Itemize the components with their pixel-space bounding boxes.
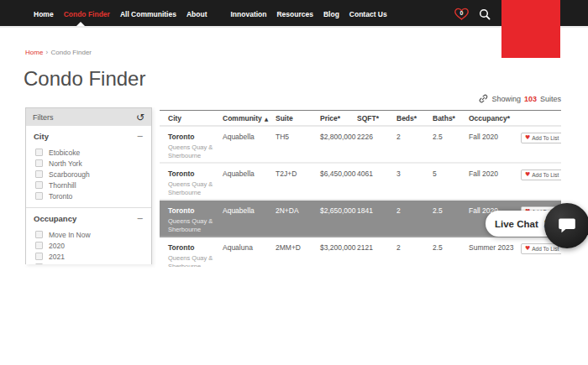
location-cell: Queens Quay & Sherbourne — [168, 180, 217, 197]
suite-row[interactable]: TorontoQueens Quay & SherbourneAquabella… — [160, 164, 561, 201]
favorites-count-badge: 0 — [454, 10, 470, 16]
suite-row[interactable]: TorontoQueens Quay & SherbourneAqualuna2… — [160, 237, 561, 267]
reset-filters-icon[interactable]: ↺ — [136, 112, 144, 123]
table-body: TorontoQueens Quay & SherbourneAquabella… — [160, 127, 561, 267]
filter-option-thornhill[interactable]: Thornhill — [35, 180, 144, 190]
nav-item-innovation[interactable]: Innovation — [230, 10, 266, 18]
column-header-community[interactable]: Community▲ — [223, 114, 276, 123]
beds-cell: 2 — [396, 243, 433, 267]
filter-section-header: City− — [34, 132, 144, 141]
checkbox[interactable] — [35, 181, 43, 189]
suite-count: 103 — [524, 95, 537, 103]
nav-item-condo-finder[interactable]: Condo Finder — [64, 10, 110, 18]
community-cell: Aquabella — [223, 133, 276, 162]
location-cell: Queens Quay & Sherbourne — [168, 254, 217, 267]
baths-cell: 2.5 — [433, 206, 469, 236]
checkbox[interactable] — [35, 170, 43, 178]
nav-item-contact-us[interactable]: Contact Us — [349, 10, 387, 18]
sqft-cell: 4061 — [357, 169, 396, 199]
column-header-price[interactable]: Price* — [320, 114, 357, 123]
filter-option-etobicoke[interactable]: Etobicoke — [35, 148, 144, 157]
filter-section-header: Occupancy− — [34, 214, 144, 223]
filter-option-north-york[interactable]: North York — [35, 159, 144, 168]
filter-option-2021[interactable]: 2021 — [35, 252, 144, 261]
collapse-minus-icon[interactable]: − — [137, 132, 144, 141]
price-cell: $2,800,000 — [320, 133, 357, 162]
column-header-sqft[interactable]: SQFT* — [357, 114, 396, 123]
city-cell: Toronto — [168, 243, 223, 252]
nav-item-about[interactable]: About — [186, 10, 207, 18]
filter-option-label: 2022 — [49, 263, 65, 265]
price-cell: $3,200,000 — [320, 243, 357, 267]
community-cell: Aquabella — [223, 169, 276, 199]
collapse-minus-icon[interactable]: − — [137, 214, 144, 223]
filter-option-label: 2020 — [49, 242, 65, 250]
occupancy-cell: Fall 2020 — [469, 169, 521, 199]
brand-logo[interactable] — [501, 0, 560, 58]
suite-cell: T2J+D — [276, 169, 320, 199]
nav-item-all-communities[interactable]: All Communities — [120, 10, 176, 18]
checkbox[interactable] — [35, 263, 43, 264]
occupancy-cell: Fall 2020 — [469, 133, 521, 162]
search-icon — [479, 8, 491, 20]
column-header-occupancy[interactable]: Occupancy* — [469, 114, 521, 123]
beds-cell: 3 — [396, 169, 433, 199]
suite-row[interactable]: TorontoQueens Quay & SherbourneAquabella… — [160, 127, 561, 164]
add-to-list-button[interactable]: ♥Add To List — [521, 133, 561, 143]
baths-cell: 2.5 — [433, 133, 469, 162]
checkbox[interactable] — [35, 192, 43, 200]
filter-sections: City−EtobicokeNorth YorkScarboroughThorn… — [26, 126, 151, 264]
add-to-list-button[interactable]: ♥Add To List — [521, 169, 561, 180]
location-cell: Queens Quay & Sherbourne — [168, 143, 217, 160]
page: HomeCondo FinderAll CommunitiesAboutInno… — [0, 0, 588, 365]
breadcrumb-separator-icon: › — [45, 49, 48, 56]
nav-item-resources[interactable]: Resources — [276, 10, 312, 18]
checkbox[interactable] — [35, 242, 43, 249]
column-header-baths[interactable]: Baths* — [433, 114, 469, 123]
checkbox[interactable] — [35, 149, 43, 156]
favorites-button[interactable]: 0 — [454, 8, 470, 21]
search-button[interactable] — [479, 8, 491, 20]
city-cell: Toronto — [168, 133, 223, 141]
main-nav: HomeCondo FinderAll CommunitiesAboutInno… — [34, 0, 397, 28]
nav-item-home[interactable]: Home — [34, 10, 54, 18]
column-header-suite[interactable]: Suite — [276, 114, 320, 123]
filter-option-scarborough[interactable]: Scarborough — [35, 169, 144, 179]
add-to-list-label: Add To List — [532, 172, 559, 178]
filter-section-title: Occupancy — [34, 214, 76, 223]
beds-cell: 2 — [396, 133, 433, 162]
breadcrumb: Home›Condo Finder — [25, 49, 92, 56]
suites-table: CityCommunity▲SuitePrice*SQFT*Beds*Baths… — [160, 110, 561, 267]
filter-section-city: City−EtobicokeNorth YorkScarboroughThorn… — [26, 126, 151, 207]
chat-bubble-button[interactable] — [544, 203, 588, 248]
filter-option-label: Etobicoke — [49, 149, 80, 157]
city-cell: Toronto — [168, 206, 223, 215]
baths-cell: 2.5 — [433, 243, 469, 267]
heart-icon: ♥ — [525, 246, 530, 252]
filter-option-label: North York — [49, 159, 82, 168]
checkbox[interactable] — [35, 231, 43, 238]
breadcrumb-current: Condo Finder — [51, 49, 92, 56]
sort-asc-icon: ▲ — [265, 116, 269, 122]
filter-option-label: Toronto — [49, 192, 72, 201]
sqft-cell: 1841 — [357, 206, 396, 236]
filter-section-occupancy: Occupancy−Move In Now202020212022 — [26, 207, 151, 264]
community-cell: Aquabella — [223, 206, 276, 236]
column-header-city[interactable]: City — [168, 114, 223, 123]
active-nav-caret — [76, 22, 85, 26]
navbar-actions: 0 — [454, 0, 491, 28]
baths-cell: 5 — [433, 169, 469, 199]
results-count: Showing 103 Suites — [160, 94, 561, 103]
price-cell: $2,650,000 — [320, 206, 357, 236]
breadcrumb-home-link[interactable]: Home — [25, 49, 43, 56]
filter-option-toronto[interactable]: Toronto — [35, 191, 144, 201]
filter-option-move-in-now[interactable]: Move In Now — [35, 230, 144, 239]
checkbox[interactable] — [35, 253, 43, 260]
filter-option-2022[interactable]: 2022 — [35, 263, 144, 264]
filter-option-label: Move In Now — [49, 231, 91, 239]
checkbox[interactable] — [35, 159, 43, 167]
nav-item-blog[interactable]: Blog — [323, 10, 339, 18]
filter-option-2020[interactable]: 2020 — [35, 241, 144, 250]
filter-option-label: Thornhill — [49, 181, 76, 190]
column-header-beds[interactable]: Beds* — [396, 114, 433, 123]
